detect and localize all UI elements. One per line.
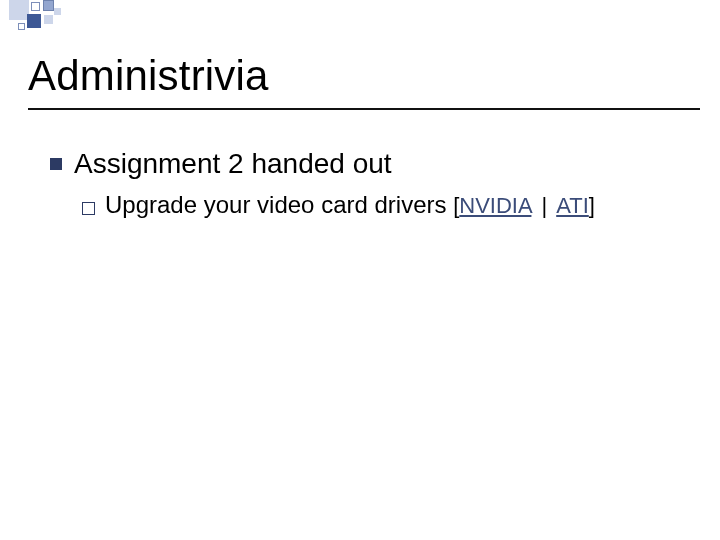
link-nvidia[interactable]: NVIDIA (459, 193, 531, 218)
bracket-close: ] (589, 193, 595, 218)
hollow-square-bullet-icon (82, 202, 95, 215)
slide: Administrivia Assignment 2 handed out Up… (0, 0, 720, 540)
bullet-level2-text: Upgrade your video card drivers [NVIDIA … (105, 190, 595, 220)
driver-links: [NVIDIA | ATI] (453, 193, 595, 218)
link-separator: | (542, 193, 548, 218)
square-bullet-icon (50, 158, 62, 170)
corner-decoration (0, 0, 110, 40)
link-ati[interactable]: ATI (556, 193, 589, 218)
bullet-level2: Upgrade your video card drivers [NVIDIA … (82, 190, 680, 220)
bullet-level2-prefix: Upgrade your video card drivers (105, 191, 447, 218)
bullet-level1-text: Assignment 2 handed out (74, 148, 392, 180)
slide-body: Assignment 2 handed out Upgrade your vid… (50, 148, 680, 220)
title-underline (28, 108, 700, 110)
bullet-level1: Assignment 2 handed out (50, 148, 680, 180)
slide-title: Administrivia (28, 52, 269, 100)
